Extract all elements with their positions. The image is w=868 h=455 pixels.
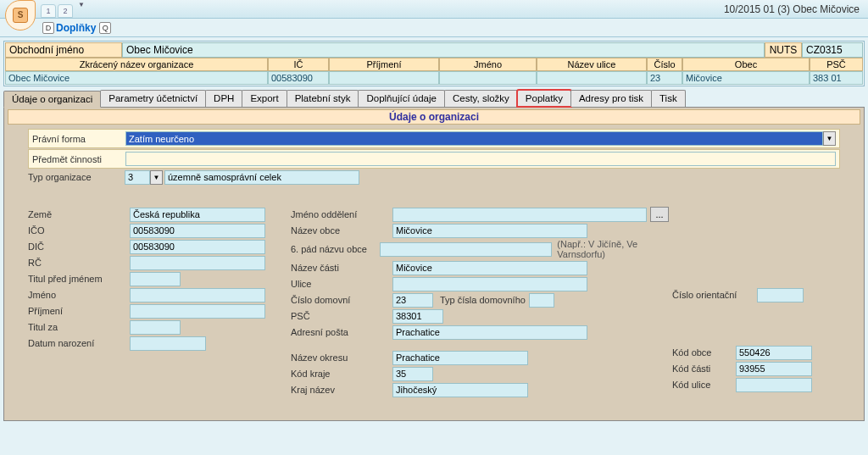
cell-ulice[interactable] [537, 71, 647, 85]
label-ico: IČO [28, 225, 130, 236]
dropdown-pravni-forma[interactable]: ▼ [823, 131, 836, 146]
label-predmet-cinnosti: Předmět činnosti [32, 154, 125, 164]
tab-tisk[interactable]: Tisk [651, 90, 686, 107]
tab-cesty-slozky[interactable]: Cesty, složky [444, 90, 518, 107]
tab-dph[interactable]: DPH [205, 90, 242, 107]
input-adresni-posta[interactable]: Prachatice [392, 325, 587, 340]
label-rc: RČ [28, 258, 130, 268]
input-rc[interactable] [130, 256, 265, 270]
label-jmeno-oddeleni: Jméno oddělení [291, 209, 392, 219]
tab-bar: Údaje o organizaci Parametry účetnictví … [3, 90, 865, 108]
input-typ-org-code[interactable]: 3 [125, 170, 150, 185]
input-nazev-casti[interactable]: Mičovice [392, 261, 587, 275]
quick-tab-2[interactable]: 2 [58, 4, 73, 18]
input-kraj-nazev[interactable]: Jihočeský [392, 383, 528, 397]
input-datum-narozeni[interactable] [130, 336, 206, 351]
value-nuts[interactable]: CZ0315 [802, 42, 863, 58]
label-ulice: Ulice [291, 279, 392, 289]
quick-tabs: 1 2 ▼ [41, 1, 85, 18]
chevron-down-icon[interactable]: ▼ [78, 1, 85, 18]
cell-psc[interactable]: 383 01 [810, 71, 863, 85]
tab-poplatky[interactable]: Poplatky [517, 90, 571, 107]
tab-export[interactable]: Export [242, 90, 287, 107]
tab-adresy-tisk[interactable]: Adresy pro tisk [570, 90, 652, 107]
hint-6pad: (Např.: V Jičíně, Ve Varnsdorfu) [557, 239, 672, 259]
input-typ-org-desc[interactable]: územně samosprávní celek [164, 170, 359, 185]
label-nuts: NUTS [765, 42, 802, 58]
input-prijmeni[interactable] [130, 304, 265, 319]
label-kod-ulice: Kód ulice [672, 380, 736, 390]
col-ic[interactable]: IČ [268, 58, 329, 71]
label-typ-organizace: Typ organizace [28, 172, 125, 182]
label-dic: DIČ [28, 241, 130, 252]
label-cislo-domovni: Číslo domovní [291, 295, 392, 305]
col-jmeno[interactable]: Jméno [439, 58, 537, 71]
input-titul-pred[interactable] [130, 272, 181, 286]
label-6pad: 6. pád názvu obce [291, 244, 380, 254]
label-nazev-casti: Název části [291, 263, 392, 273]
col-psc[interactable]: PSČ [810, 58, 863, 71]
cell-cislo[interactable]: 23 [647, 71, 682, 85]
value-obchodni-jmeno[interactable]: Obec Mičovice [122, 42, 765, 58]
input-nazev-okresu[interactable]: Prachatice [392, 351, 528, 365]
input-nazev-obce[interactable]: Mičovice [392, 224, 587, 238]
tab-doplnujici[interactable]: Doplňující údaje [358, 90, 444, 107]
input-titul-za[interactable] [130, 320, 181, 335]
input-kod-obce[interactable]: 550426 [736, 346, 812, 360]
tab-platebni-styk[interactable]: Platební styk [287, 90, 359, 107]
label-pravni-forma: Právní forma [32, 134, 125, 144]
label-prijmeni: Příjmení [28, 306, 130, 316]
input-6pad[interactable] [380, 242, 552, 257]
input-typ-cisla[interactable] [529, 293, 554, 308]
label-adresni-posta: Adresní pošta [291, 327, 392, 337]
label-typ-cisla: Typ čísla domovního [440, 295, 526, 305]
col-obec[interactable]: Obec [682, 58, 810, 71]
col-cislo[interactable]: Číslo [647, 58, 682, 71]
label-titul-pred: Titul před jménem [28, 274, 130, 284]
label-obchodni-jmeno: Obchodní jméno [5, 42, 122, 58]
app-menu-icon[interactable]: S [5, 0, 36, 31]
input-jmeno[interactable] [130, 288, 265, 302]
input-kod-kraje[interactable]: 35 [392, 367, 433, 381]
input-cislo-orientacni[interactable] [757, 288, 804, 302]
header-form: Obchodní jméno Obec Mičovice NUTS CZ0315… [3, 41, 865, 86]
label-kod-kraje: Kód kraje [291, 369, 392, 379]
cell-jmeno[interactable] [439, 71, 537, 85]
tab-udaje-organizaci[interactable]: Údaje o organizaci [3, 91, 101, 108]
label-zeme: Země [28, 209, 130, 219]
input-dic[interactable]: 00583090 [130, 240, 265, 254]
grid-row[interactable]: Obec Mičovice 00583090 23 Mičovice 383 0… [5, 71, 863, 85]
quick-tab-1[interactable]: 1 [41, 4, 56, 18]
cell-obec[interactable]: Mičovice [682, 71, 810, 85]
app-icon-letter: S [13, 8, 28, 23]
col-zkraceny-nazev[interactable]: Zkrácený název organizace [5, 58, 268, 71]
panel-title: Údaje o organizaci [8, 109, 860, 125]
input-jmeno-oddeleni[interactable] [392, 208, 647, 222]
input-psc[interactable]: 38301 [392, 309, 443, 324]
label-datum-narozeni: Datum narození [28, 338, 130, 348]
cell-ic[interactable]: 00583090 [268, 71, 329, 85]
input-ulice[interactable] [392, 277, 587, 291]
label-psc: PSČ [291, 311, 392, 321]
cell-prijmeni[interactable] [329, 71, 439, 85]
titlebar: S 1 2 ▼ 10/2015 01 (3) Obec Mičovice [0, 0, 868, 19]
panel-udaje: Údaje o organizaci Právní forma Zatím ne… [3, 108, 865, 421]
input-pravni-forma[interactable]: Zatím neurčeno [125, 131, 823, 146]
input-ico[interactable]: 00583090 [130, 224, 265, 238]
browse-oddeleni-button[interactable]: ... [650, 207, 669, 222]
label-nazev-okresu: Název okresu [291, 352, 392, 363]
input-kod-casti[interactable]: 93955 [736, 362, 812, 376]
input-predmet-cinnosti[interactable] [125, 152, 836, 166]
ribbon-link-doplnky[interactable]: Doplňky [56, 22, 96, 34]
tab-parametry[interactable]: Parametry účetnictví [100, 90, 206, 107]
key-hint-q: Q [99, 22, 111, 34]
cell-zkraceny[interactable]: Obec Mičovice [5, 71, 268, 85]
col-nazev-ulice[interactable]: Název ulice [537, 58, 647, 71]
input-kod-ulice[interactable] [736, 378, 812, 392]
dropdown-typ-org[interactable]: ▼ [150, 170, 163, 185]
label-kraj-nazev: Kraj název [291, 385, 392, 395]
col-prijmeni[interactable]: Příjmení [329, 58, 439, 71]
input-zeme[interactable]: Česká republika [130, 208, 265, 222]
input-cislo-domovni[interactable]: 23 [392, 293, 433, 308]
label-nazev-obce: Název obce [291, 225, 392, 236]
